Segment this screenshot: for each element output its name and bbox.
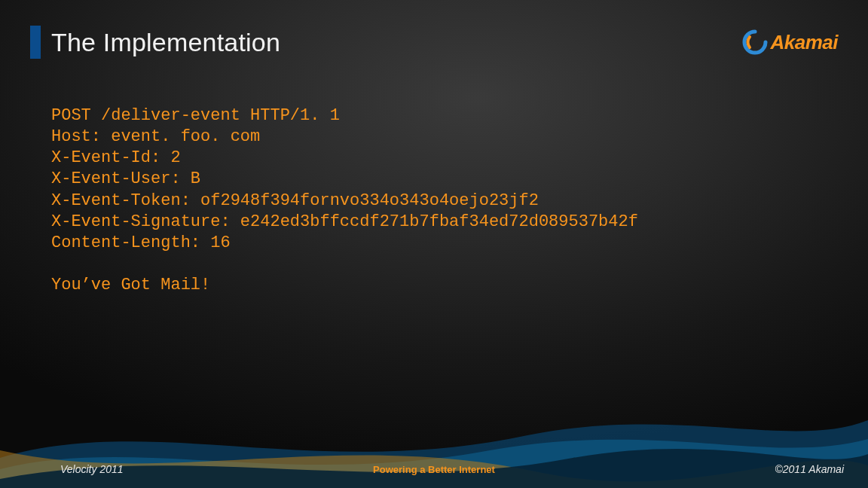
brand-logo: Akamai <box>742 29 839 55</box>
header: The Implementation Akamai <box>30 26 838 59</box>
title-wrap: The Implementation <box>30 26 280 59</box>
brand-name: Akamai <box>771 31 839 54</box>
http-request-code: POST /deliver-event HTTP/1. 1 Host: even… <box>51 105 817 296</box>
footer-event: Velocity 2011 <box>60 463 124 475</box>
footer-tagline: Powering a Better Internet <box>373 464 495 475</box>
akamai-swoosh-icon <box>742 29 768 55</box>
footer-copyright: ©2011 Akamai <box>775 463 844 475</box>
footer: Velocity 2011 Powering a Better Internet… <box>0 458 868 488</box>
content-area: POST /deliver-event HTTP/1. 1 Host: even… <box>51 105 817 296</box>
title-bar-accent <box>30 26 41 59</box>
slide-title: The Implementation <box>51 28 280 57</box>
